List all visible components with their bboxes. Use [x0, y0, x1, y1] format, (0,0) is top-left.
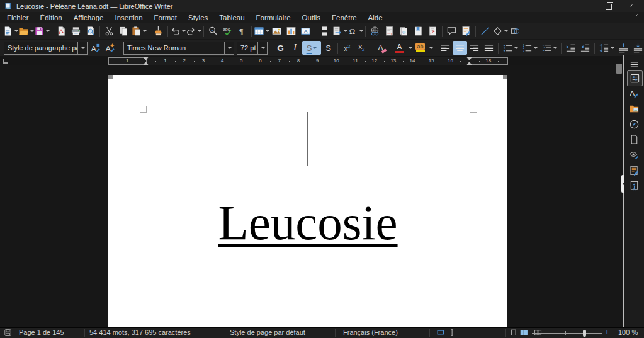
paste-dropdown[interactable]	[143, 30, 147, 32]
vertical-scrollbar-thumb[interactable]	[616, 64, 622, 74]
export-pdf-button[interactable]	[54, 24, 69, 38]
word-count-status[interactable]: 54 414 mots, 317 695 caractères	[89, 329, 191, 336]
menu-fichier[interactable]: Fichier	[1, 13, 35, 22]
bullet-list-button[interactable]	[500, 41, 520, 55]
font-size-dropdown[interactable]	[257, 42, 267, 54]
insert-hyperlink-button[interactable]	[368, 24, 382, 38]
document-page[interactable]: Leucosie	[108, 75, 507, 328]
sidebar-tab-navigator[interactable]	[627, 117, 641, 132]
menu-fenetre[interactable]: Fenêtre	[326, 13, 363, 22]
redo-dropdown[interactable]	[198, 30, 201, 32]
tab-stop-selector[interactable]	[3, 59, 8, 64]
print-button[interactable]	[69, 24, 83, 38]
sidebar-tab-gallery[interactable]	[627, 101, 641, 116]
strikethrough-button[interactable]: S	[321, 41, 336, 55]
subscript-button[interactable]: x2	[354, 41, 369, 55]
insert-bookmark-button[interactable]	[411, 24, 426, 38]
line-spacing-button[interactable]	[597, 41, 616, 55]
page-style-status[interactable]: Style de page par défaut	[230, 329, 305, 336]
bold-button[interactable]: G	[273, 41, 288, 55]
show-draw-functions-button[interactable]	[508, 24, 523, 38]
menu-edition[interactable]: Édition	[35, 13, 68, 22]
decrease-indent-button[interactable]	[578, 41, 592, 55]
paste-button[interactable]	[131, 24, 147, 38]
insert-table-button[interactable]	[254, 24, 269, 38]
insert-special-char-button[interactable]: Ω	[347, 24, 363, 38]
restore-button[interactable]	[597, 0, 621, 12]
menu-tableau[interactable]: Tableau	[213, 13, 250, 22]
align-right-button[interactable]	[467, 41, 482, 55]
close-document-button[interactable]	[635, 14, 641, 20]
menu-affichage[interactable]: Affichage	[68, 13, 110, 22]
print-preview-button[interactable]	[83, 24, 98, 38]
sidebar-tab-accessibility-check[interactable]	[627, 179, 641, 193]
sidebar-tab-styles[interactable]: A	[627, 86, 641, 101]
open-button[interactable]	[18, 24, 34, 38]
underline-button[interactable]: S	[302, 41, 321, 55]
right-indent-marker[interactable]	[467, 57, 473, 65]
align-center-button[interactable]	[453, 41, 467, 55]
insert-chart-button[interactable]	[284, 24, 298, 38]
menu-styles[interactable]: Styles	[183, 13, 213, 22]
font-size-combo[interactable]: 72 pt	[237, 42, 268, 55]
insert-line-button[interactable]	[478, 24, 492, 38]
formatting-marks-button[interactable]: ¶	[235, 24, 249, 38]
minimize-button[interactable]	[574, 0, 597, 12]
undo-button[interactable]	[170, 24, 186, 38]
save-dropdown[interactable]	[46, 30, 50, 32]
insert-field-button[interactable]	[332, 24, 347, 38]
zoom-slider-thumb[interactable]	[583, 330, 586, 337]
font-color-button[interactable]: A	[392, 41, 407, 55]
paragraph-style-dropdown[interactable]	[77, 42, 87, 54]
spelling-button[interactable]: abc	[220, 24, 235, 38]
font-name-dropdown[interactable]	[224, 42, 234, 54]
zoom-out-button[interactable]: −	[523, 328, 527, 335]
superscript-button[interactable]: x2	[340, 41, 354, 55]
clone-formatting-button[interactable]	[151, 24, 166, 38]
font-color-dropdown[interactable]	[407, 41, 413, 55]
left-indent-marker[interactable]	[144, 57, 149, 65]
save-button[interactable]	[34, 24, 50, 38]
find-replace-button[interactable]: a	[206, 24, 220, 38]
redo-button[interactable]	[186, 24, 201, 38]
sidebar-tab-manage-changes[interactable]	[627, 164, 641, 178]
clear-formatting-button[interactable]: A	[373, 41, 388, 55]
menu-insertion[interactable]: Insertion	[109, 13, 148, 22]
zoom-in-button[interactable]: +	[605, 328, 609, 335]
decrease-paragraph-spacing-button[interactable]	[631, 41, 644, 55]
sidebar-tab-properties[interactable]	[627, 70, 643, 86]
insert-page-break-button[interactable]	[317, 24, 332, 38]
menu-outils[interactable]: Outils	[297, 13, 326, 22]
insert-footnote-button[interactable]: 1	[382, 24, 397, 38]
menu-format[interactable]: Format	[149, 13, 183, 22]
menu-formulaire[interactable]: Formulaire	[251, 13, 297, 22]
sidebar-tab-page[interactable]	[627, 132, 641, 147]
numbered-list-button[interactable]: 123	[520, 41, 539, 55]
paragraph-style-combo[interactable]: Style de paragraphe par déf	[4, 42, 88, 55]
insert-special-char-dropdown[interactable]	[359, 30, 363, 32]
sidebar-tab-style-inspector[interactable]	[627, 148, 641, 162]
new-style-button[interactable]: A	[103, 41, 118, 55]
highlight-color-button[interactable]: ab	[413, 41, 427, 55]
insert-cross-reference-button[interactable]	[426, 24, 440, 38]
menu-aide[interactable]: Aide	[363, 13, 388, 22]
new-document-button[interactable]	[3, 24, 18, 38]
save-status-icon[interactable]	[4, 329, 12, 337]
selection-mode-icon[interactable]	[437, 329, 445, 337]
page-number-status[interactable]: Page 1 de 145	[19, 329, 64, 336]
insert-comment-button[interactable]	[444, 24, 459, 38]
track-changes-button[interactable]	[459, 24, 473, 38]
single-page-view-button[interactable]	[510, 329, 518, 337]
update-style-button[interactable]: A	[89, 41, 103, 55]
highlight-color-dropdown[interactable]	[427, 41, 434, 55]
increase-indent-button[interactable]	[563, 41, 578, 55]
cut-button[interactable]	[102, 24, 116, 38]
align-left-button[interactable]	[438, 41, 453, 55]
increase-paragraph-spacing-button[interactable]	[616, 41, 631, 55]
align-justify-button[interactable]	[482, 41, 496, 55]
insert-endnote-button[interactable]: (i)	[397, 24, 411, 38]
copy-button[interactable]	[116, 24, 131, 38]
basic-shapes-button[interactable]	[492, 24, 508, 38]
close-button[interactable]	[621, 0, 644, 12]
sidebar-settings-button[interactable]	[627, 57, 641, 72]
